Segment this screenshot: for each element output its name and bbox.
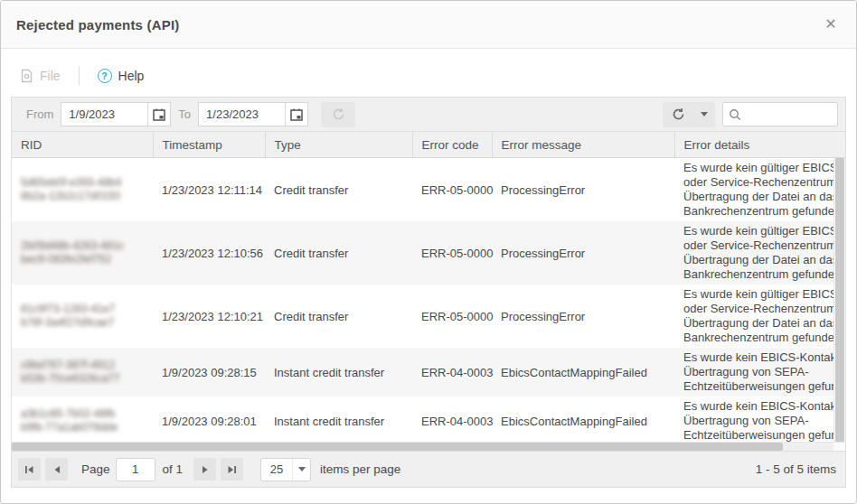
help-button[interactable]: ? Help xyxy=(92,65,150,87)
scrollbar-corner xyxy=(833,443,845,451)
table-row[interactable]: 81c9f73-1283-41e7b78f-3a4f27d9cae7 1/23/… xyxy=(12,285,833,348)
error-code-cell: ERR-04-0003 xyxy=(412,397,492,442)
table-content: 5d65eb0f-e393-48b48b2a-12b2c17d0150 1/23… xyxy=(12,158,845,442)
calendar-icon xyxy=(153,108,165,121)
error-details-cell: Es wurde kein EBICS-Kontakt zurÜbertragu… xyxy=(674,397,833,442)
type-cell: Instant credit transfer xyxy=(265,348,412,397)
first-page-button[interactable] xyxy=(18,458,41,481)
rid-cell: c8bd767-387f-4912b53b-70ce6326ca77 xyxy=(12,348,153,397)
rejected-payments-grid: From To xyxy=(11,97,846,488)
timestamp-cell: 1/23/2023 12:11:14 xyxy=(153,158,265,221)
horizontal-scrollbar-thumb[interactable] xyxy=(12,443,783,451)
filter-toolbar: From To xyxy=(12,98,845,132)
refresh-split-button xyxy=(663,102,715,127)
vertical-scrollbar-thumb[interactable] xyxy=(835,158,844,442)
table-body: 5d65eb0f-e393-48b48b2a-12b2c17d0150 1/23… xyxy=(12,158,833,442)
rejected-payments-dialog: Rejected payments (API) ✕ File ? Help Fr… xyxy=(0,0,857,504)
help-button-label: Help xyxy=(118,69,145,83)
error-code-cell: ERR-05-0000 xyxy=(412,158,492,221)
items-range-label: 1 - 5 of 5 items xyxy=(756,462,836,476)
rid-cell: 2b09d48b-4263-481cbec9-083fe2fef752 xyxy=(12,221,153,285)
error-code-cell: ERR-05-0000 xyxy=(412,285,492,348)
rid-cell: 81c9f73-1283-41e7b78f-3a4f27d9cae7 xyxy=(12,285,153,348)
column-header-error-code[interactable]: Error code xyxy=(412,132,492,157)
from-date-input[interactable] xyxy=(61,102,147,126)
table-row[interactable]: 5d65eb0f-e393-48b48b2a-12b2c17d0150 1/23… xyxy=(12,158,833,221)
column-header-error-message[interactable]: Error message xyxy=(492,132,674,157)
horizontal-scrollbar[interactable] xyxy=(12,442,845,451)
error-details-cell: Es wurde kein EBICS-Kontakt zurÜbertragu… xyxy=(674,348,833,397)
error-message-cell: EbicsContactMappingFailed xyxy=(492,348,674,397)
dialog-body: File ? Help From To xyxy=(1,49,856,503)
timestamp-cell: 1/9/2023 09:28:15 xyxy=(153,348,265,397)
table-row[interactable]: 2b09d48b-4263-481cbec9-083fe2fef752 1/23… xyxy=(12,221,833,285)
chevron-down-icon xyxy=(701,112,708,117)
error-details-cell: Es wurde kein gültiger EBICS-Zugangoder … xyxy=(674,285,833,348)
chevron-down-icon xyxy=(298,467,306,471)
column-header-error-details[interactable]: Error details xyxy=(674,132,833,157)
timestamp-cell: 1/23/2023 12:10:56 xyxy=(153,221,265,285)
file-icon xyxy=(20,69,33,83)
close-icon[interactable]: ✕ xyxy=(821,14,841,34)
items-per-page-label: items per page xyxy=(320,462,400,476)
apply-filter-button[interactable] xyxy=(321,102,355,127)
type-cell: Credit transfer xyxy=(265,158,412,221)
refresh-options-button[interactable] xyxy=(693,102,715,127)
calendar-icon xyxy=(290,108,303,121)
page-size-value: 25 xyxy=(261,462,292,476)
column-header-timestamp[interactable]: Timestamp xyxy=(153,132,265,157)
error-message-cell: ProcessingError xyxy=(492,221,674,285)
refresh-icon xyxy=(332,107,345,121)
table-row[interactable]: c8bd767-387f-4912b53b-70ce6326ca77 1/9/2… xyxy=(12,348,833,397)
page-number-input[interactable] xyxy=(116,458,155,481)
menu-toolbar: File ? Help xyxy=(14,62,846,89)
rows-viewport: 5d65eb0f-e393-48b48b2a-12b2c17d0150 1/23… xyxy=(12,158,833,442)
next-page-button[interactable] xyxy=(193,458,216,481)
to-calendar-button[interactable] xyxy=(285,102,308,126)
help-icon: ? xyxy=(98,69,112,83)
error-message-cell: ProcessingError xyxy=(492,158,674,221)
error-details-cell: Es wurde kein gültiger EBICS-Zugangoder … xyxy=(674,221,833,285)
table-row[interactable]: a3b1c65-7b02-48fbb9fb-77a1ab078dde 1/9/2… xyxy=(12,397,833,442)
from-calendar-button[interactable] xyxy=(147,102,171,126)
file-button-label: File xyxy=(40,69,61,83)
error-code-cell: ERR-05-0000 xyxy=(412,221,492,285)
timestamp-cell: 1/23/2023 12:10:21 xyxy=(153,285,265,348)
column-header-type[interactable]: Type xyxy=(265,132,412,157)
type-cell: Credit transfer xyxy=(265,221,412,285)
refresh-icon xyxy=(672,107,685,121)
error-details-cell: Es wurde kein gültiger EBICS-Zugangoder … xyxy=(674,158,833,221)
timestamp-cell: 1/9/2023 09:28:01 xyxy=(153,397,265,442)
search-icon xyxy=(729,108,741,121)
type-cell: Credit transfer xyxy=(265,285,412,348)
rid-cell: a3b1c65-7b02-48fbb9fb-77a1ab078dde xyxy=(12,397,153,442)
to-label: To xyxy=(178,107,191,121)
rid-cell: 5d65eb0f-e393-48b48b2a-12b2c17d0150 xyxy=(12,158,153,221)
previous-page-button[interactable] xyxy=(45,458,68,481)
type-cell: Instant credit transfer xyxy=(265,397,412,442)
dialog-title: Rejected payments (API) xyxy=(16,17,179,33)
search-input[interactable] xyxy=(746,107,832,121)
page-size-dropdown[interactable]: 25 xyxy=(260,458,311,481)
page-of-label: of 1 xyxy=(163,462,184,476)
toolbar-separator xyxy=(79,67,80,85)
pagination-bar: Page of 1 25 items per page 1 - 5 of 5 i… xyxy=(12,451,845,487)
column-header-rid[interactable]: RID xyxy=(12,132,153,157)
refresh-button[interactable] xyxy=(663,102,693,127)
from-label: From xyxy=(26,107,53,121)
dialog-titlebar: Rejected payments (API) ✕ xyxy=(1,1,856,49)
file-button[interactable]: File xyxy=(14,65,66,87)
page-label: Page xyxy=(81,462,110,476)
to-date-input[interactable] xyxy=(198,102,285,126)
error-message-cell: EbicsContactMappingFailed xyxy=(492,397,674,442)
error-message-cell: ProcessingError xyxy=(492,285,674,348)
table-header: RID Timestamp Type Error code Error mess… xyxy=(12,132,845,158)
vertical-scrollbar[interactable] xyxy=(833,158,845,442)
last-page-button[interactable] xyxy=(221,458,243,481)
error-code-cell: ERR-04-0003 xyxy=(412,348,492,397)
search-box xyxy=(722,102,838,126)
